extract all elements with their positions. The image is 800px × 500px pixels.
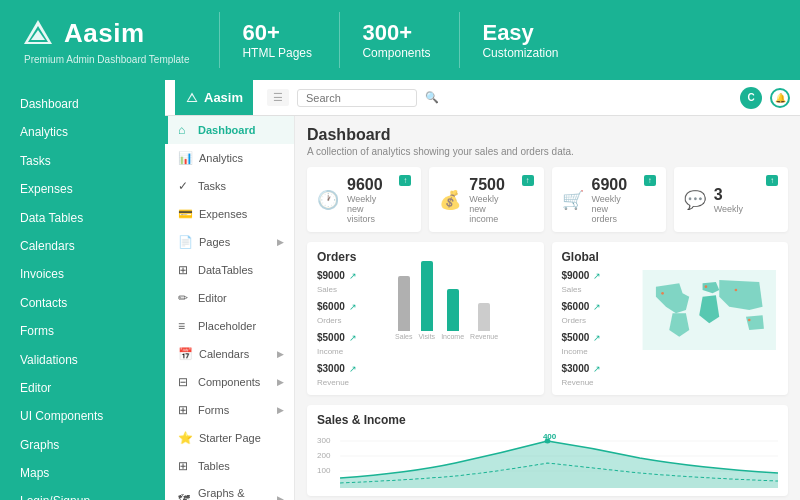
bar-revenue-label: Revenue xyxy=(470,333,498,340)
chevron-right-icon-2: ▶ xyxy=(277,349,284,359)
sidebar-item-pages[interactable]: 📄 Pages ▶ xyxy=(165,228,294,256)
sidebar-item-tables[interactable]: ⊞ Tables xyxy=(165,452,294,480)
svg-point-17 xyxy=(545,439,551,444)
sidebar-label-calendars: Calendars xyxy=(199,348,249,360)
editor-icon: ✏ xyxy=(178,291,192,305)
trend-up-icon-2: ↗ xyxy=(349,302,357,312)
feature-number-2: 300+ xyxy=(362,20,412,46)
sidebar-item-components[interactable]: ⊟ Components ▶ xyxy=(165,368,294,396)
search-submit-icon[interactable]: 🔍 xyxy=(425,91,439,104)
trend-up-icon-1: ↗ xyxy=(349,271,357,281)
user-avatar[interactable]: C xyxy=(740,87,762,109)
logo-subtitle: Premium Admin Dashboard Template xyxy=(24,54,189,65)
logo-title: Aasim xyxy=(64,18,145,49)
bar-visits: Visits xyxy=(419,261,436,340)
leftnav-invoices[interactable]: Invoices xyxy=(0,260,165,288)
leftnav-contacts[interactable]: Contacts xyxy=(0,289,165,317)
sidebar-label-tables: Tables xyxy=(198,460,230,472)
inner-logo-text: Aasim xyxy=(204,90,243,105)
stat-card-income: 💰 7500 Weekly new income ↑ xyxy=(429,167,543,232)
sidebar-item-tasks[interactable]: ✓ Tasks xyxy=(165,172,294,200)
leftnav-graphs[interactable]: Graphs xyxy=(0,431,165,459)
inner-topbar: Aasim ☰ 🔍 C 🔔 xyxy=(165,80,800,116)
svg-point-9 xyxy=(747,319,750,322)
lower-grid: Orders $9000 ↗ Sales $6000 ↗ xyxy=(307,242,788,395)
trend-up-icon-4: ↗ xyxy=(349,364,357,374)
feature-customization: Easy Customization xyxy=(459,12,580,68)
global-sales-label: Sales xyxy=(562,285,632,294)
chevron-right-icon-3: ▶ xyxy=(277,377,284,387)
sidebar: ⌂ Dashboard 📊 Analytics ✓ Tasks 💳 Expens… xyxy=(165,116,295,500)
global-legend-income: $5000 ↗ xyxy=(562,332,632,343)
cart-icon: 🛒 xyxy=(562,189,584,211)
messages-number: 3 xyxy=(714,185,743,204)
leftnav-analytics[interactable]: Analytics xyxy=(0,118,165,146)
global-legend-revenue: $3000 ↗ xyxy=(562,363,632,374)
bar-visits-rect xyxy=(421,261,433,331)
tables-icon: ⊞ xyxy=(178,459,192,473)
world-map xyxy=(640,270,779,350)
sidebar-item-calendars[interactable]: 📅 Calendars ▶ xyxy=(165,340,294,368)
orders-badge: ↑ xyxy=(644,175,656,186)
sidebar-label-components: Components xyxy=(198,376,260,388)
global-income-label: Income xyxy=(562,347,632,356)
global-chart-title: Global xyxy=(562,250,779,264)
dashboard-icon: ⌂ xyxy=(178,123,192,137)
sidebar-item-forms[interactable]: ⊞ Forms ▶ xyxy=(165,396,294,424)
sidebar-label-graphs-maps: Graphs & Maps xyxy=(198,487,271,500)
tasks-icon: ✓ xyxy=(178,179,192,193)
svg-point-6 xyxy=(661,292,664,295)
notification-bell[interactable]: 🔔 xyxy=(770,88,790,108)
svg-text:100: 100 xyxy=(317,467,330,475)
stat-cards: 🕐 9600 Weekly new visitors ↑ 💰 7500 Week… xyxy=(307,167,788,232)
leftnav-validations[interactable]: Validations xyxy=(0,346,165,374)
stat-card-orders: 🛒 6900 Weekly new orders ↑ xyxy=(552,167,666,232)
chat-icon: 💬 xyxy=(684,189,706,211)
leftnav-login-signup[interactable]: Login/Signup xyxy=(0,487,165,500)
legend-orders-label: Orders xyxy=(317,316,387,325)
legend-orders-value: $6000 xyxy=(317,301,345,312)
trend-up-icon-3: ↗ xyxy=(349,333,357,343)
starter-icon: ⭐ xyxy=(178,431,193,445)
sidebar-item-starter[interactable]: ⭐ Starter Page xyxy=(165,424,294,452)
sidebar-label-forms: Forms xyxy=(198,404,229,416)
sales-chart: 300 200 100 xyxy=(317,433,778,488)
graphs-maps-icon: 🗺 xyxy=(178,492,192,500)
bar-chart: Sales Visits Income xyxy=(395,270,534,340)
feature-label-1: HTML Pages xyxy=(242,46,312,60)
sidebar-item-editor[interactable]: ✏ Editor xyxy=(165,284,294,312)
legend-income: $5000 ↗ xyxy=(317,332,387,343)
global-income-value: $5000 xyxy=(562,332,590,343)
svg-text:300: 300 xyxy=(317,437,330,445)
sidebar-item-analytics[interactable]: 📊 Analytics xyxy=(165,144,294,172)
sidebar-item-dashboard[interactable]: ⌂ Dashboard xyxy=(165,116,294,144)
leftnav-forms[interactable]: Forms xyxy=(0,317,165,345)
bar-income-rect xyxy=(447,289,459,331)
sidebar-item-datatables[interactable]: ⊞ DataTables xyxy=(165,256,294,284)
visitors-number: 9600 xyxy=(347,175,391,194)
leftnav-datatables[interactable]: Data Tables xyxy=(0,204,165,232)
logo-icon xyxy=(20,16,56,52)
leftnav-ui-components[interactable]: UI Components xyxy=(0,402,165,430)
search-icon: ☰ xyxy=(267,89,289,106)
search-input[interactable] xyxy=(297,89,417,107)
leftnav-dashboard[interactable]: Dashboard xyxy=(0,90,165,118)
global-trend-2: ↗ xyxy=(593,302,601,312)
sidebar-item-expenses[interactable]: 💳 Expenses xyxy=(165,200,294,228)
bar-visits-label: Visits xyxy=(419,333,436,340)
leftnav-calendars[interactable]: Calendars xyxy=(0,232,165,260)
leftnav-maps[interactable]: Maps xyxy=(0,459,165,487)
components-icon: ⊟ xyxy=(178,375,192,389)
money-icon: 💰 xyxy=(439,189,461,211)
main-area: Dashboard A collection of analytics show… xyxy=(295,116,800,500)
leftnav-expenses[interactable]: Expenses xyxy=(0,175,165,203)
stat-card-messages: 💬 3 Weekly ↑ xyxy=(674,167,788,232)
legend-income-label: Income xyxy=(317,347,387,356)
sidebar-item-graphs-maps[interactable]: 🗺 Graphs & Maps ▶ xyxy=(165,480,294,500)
leftnav-tasks[interactable]: Tasks xyxy=(0,147,165,175)
leftnav-editor[interactable]: Editor xyxy=(0,374,165,402)
legend-sales-label: Sales xyxy=(317,285,387,294)
global-trend-3: ↗ xyxy=(593,333,601,343)
sidebar-item-placeholder[interactable]: ≡ Placeholder xyxy=(165,312,294,340)
orders-legend: $9000 ↗ Sales $6000 ↗ Orders xyxy=(317,270,387,387)
